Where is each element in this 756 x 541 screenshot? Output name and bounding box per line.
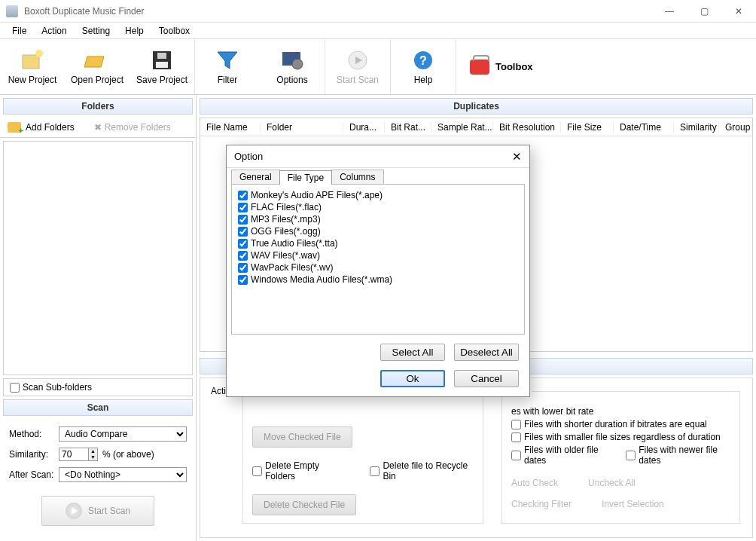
older-checkbox[interactable]	[511, 451, 521, 460]
options-icon	[279, 49, 305, 72]
new-project-button[interactable]: New Project	[0, 39, 65, 94]
checking-filter-button[interactable]: Checking Filter	[511, 499, 572, 509]
filetype-ape[interactable]: Monkey's Audio APE Files(*.ape)	[238, 189, 518, 201]
after-scan-select[interactable]: <Do Nothing>	[59, 467, 187, 482]
col-filename[interactable]: File Name	[200, 122, 261, 133]
svg-rect-3	[156, 62, 168, 68]
svg-point-1	[35, 50, 43, 57]
cancel-button[interactable]: Cancel	[454, 370, 519, 387]
filetype-flac[interactable]: FLAC Files(*.flac)	[238, 201, 518, 213]
start-scan-panel-button[interactable]: Start Scan	[41, 496, 154, 526]
start-scan-button[interactable]: Start Scan	[325, 39, 390, 94]
toolbox-button[interactable]: Toolbox	[456, 39, 547, 94]
play-icon	[345, 49, 370, 72]
maximize-button[interactable]: ▢	[687, 0, 721, 23]
remove-icon: ✖	[94, 122, 102, 133]
similarity-label: Similarity:	[9, 449, 54, 460]
shorter-checkbox[interactable]	[511, 420, 521, 429]
scan-header: Scan	[3, 399, 193, 416]
newer-checkbox[interactable]	[626, 451, 636, 460]
filetype-mp3[interactable]: MP3 Files(*.mp3)	[238, 213, 518, 225]
scan-subfolders-checkbox[interactable]	[10, 383, 20, 393]
help-button[interactable]: ? Help	[391, 39, 456, 94]
open-project-button[interactable]: Open Project	[65, 39, 130, 94]
col-bitres[interactable]: Bit Resolution	[493, 122, 561, 133]
method-label: Method:	[9, 429, 54, 439]
deselect-all-button[interactable]: Deselect All	[454, 344, 519, 361]
filetype-tta[interactable]: True Audio Files(*.tta)	[238, 237, 518, 249]
recycle-checkbox[interactable]	[370, 466, 380, 476]
dialog-close-button[interactable]: ✕	[512, 150, 522, 164]
file-type-list: Monkey's Audio APE Files(*.ape) FLAC Fil…	[231, 184, 525, 335]
folders-list[interactable]	[3, 141, 193, 375]
menu-action[interactable]: Action	[34, 24, 74, 38]
ok-button[interactable]: Ok	[380, 370, 445, 387]
col-duration[interactable]: Dura...	[343, 122, 385, 133]
window-title: Boxoft Duplicate Music Finder	[24, 6, 652, 17]
folders-header: Folders	[3, 98, 193, 115]
menu-bar: File Action Setting Help Toolbox	[0, 23, 756, 39]
similarity-spinner[interactable]: ▲▼	[89, 448, 98, 461]
action-label: Actio	[211, 386, 226, 524]
table-header-row: File Name Folder Dura... Bit Rat... Samp…	[200, 118, 752, 136]
svg-text:?: ?	[419, 54, 427, 67]
svg-point-6	[292, 59, 303, 69]
method-select[interactable]: Audio Compare	[59, 426, 187, 442]
filetype-wav[interactable]: WAV Files(*.wav)	[238, 249, 518, 261]
title-bar: Boxoft Duplicate Music Finder — ▢ ✕	[0, 0, 756, 23]
col-bitrate[interactable]: Bit Rat...	[385, 122, 431, 133]
funnel-icon	[215, 49, 240, 72]
select-all-button[interactable]: Select All	[380, 344, 445, 361]
filetype-ogg[interactable]: OGG Files(*.ogg)	[238, 225, 518, 237]
new-project-icon	[20, 49, 45, 72]
col-group[interactable]: Group	[719, 122, 752, 133]
dialog-title: Option	[234, 151, 263, 162]
col-similarity[interactable]: Similarity	[674, 122, 719, 133]
smaller-checkbox[interactable]	[511, 432, 521, 442]
tab-file-type[interactable]: File Type	[279, 170, 332, 185]
col-folder[interactable]: Folder	[261, 122, 343, 133]
option-dialog: Option ✕ General File Type Columns Monke…	[226, 145, 530, 397]
add-folders-button[interactable]: Add Folders	[26, 122, 75, 133]
menu-help[interactable]: Help	[117, 24, 151, 38]
menu-file[interactable]: File	[5, 24, 34, 38]
help-icon: ?	[410, 49, 436, 72]
menu-setting[interactable]: Setting	[75, 24, 117, 38]
move-checked-button[interactable]: Move Checked File	[252, 426, 352, 448]
duplicates-header: Duplicates	[200, 98, 753, 115]
play-icon	[66, 503, 82, 519]
left-panel: Folders Add Folders ✖ Remove Folders Sca…	[0, 95, 197, 541]
delete-empty-checkbox[interactable]	[252, 466, 262, 476]
app-icon	[6, 5, 18, 17]
invert-selection-button[interactable]: Invert Selection	[602, 499, 664, 509]
action-area: Actio Mo Move Checked File Delete Empty …	[200, 377, 753, 538]
check-fieldset: eck es with lower bit rate Files with sh…	[501, 386, 740, 524]
save-icon	[149, 49, 175, 72]
svg-rect-0	[23, 55, 39, 69]
filetype-wv[interactable]: WavPack Files(*.wv)	[238, 261, 518, 274]
after-scan-label: After Scan:	[9, 469, 54, 480]
auto-check-button[interactable]: Auto Check	[511, 478, 558, 488]
close-button[interactable]: ✕	[721, 0, 756, 23]
open-project-icon	[84, 49, 110, 72]
filetype-wma[interactable]: Windows Media Audio Files(*.wma)	[238, 274, 518, 286]
svg-rect-4	[157, 53, 166, 59]
options-button[interactable]: Options	[260, 39, 325, 94]
tab-general[interactable]: General	[231, 170, 280, 184]
move-fieldset: Mo Move Checked File Delete Empty Folder…	[242, 386, 483, 524]
folder-add-icon	[8, 122, 21, 133]
tab-columns[interactable]: Columns	[331, 170, 383, 184]
toolbar: New Project Open Project Save Project Fi…	[0, 39, 756, 95]
filter-button[interactable]: Filter	[195, 39, 260, 94]
col-samplerate[interactable]: Sample Rat...	[431, 122, 493, 133]
col-datetime[interactable]: Date/Time	[614, 122, 674, 133]
toolbox-icon	[470, 60, 489, 75]
save-project-button[interactable]: Save Project	[130, 39, 194, 94]
uncheck-all-button[interactable]: Uncheck All	[588, 478, 636, 488]
similarity-input[interactable]	[59, 448, 89, 461]
delete-checked-button[interactable]: Delete Checked File	[252, 494, 356, 515]
col-filesize[interactable]: File Size	[561, 122, 614, 133]
remove-folders-button[interactable]: ✖ Remove Folders	[94, 122, 171, 133]
menu-toolbox[interactable]: Toolbox	[151, 24, 197, 38]
minimize-button[interactable]: —	[652, 0, 687, 23]
